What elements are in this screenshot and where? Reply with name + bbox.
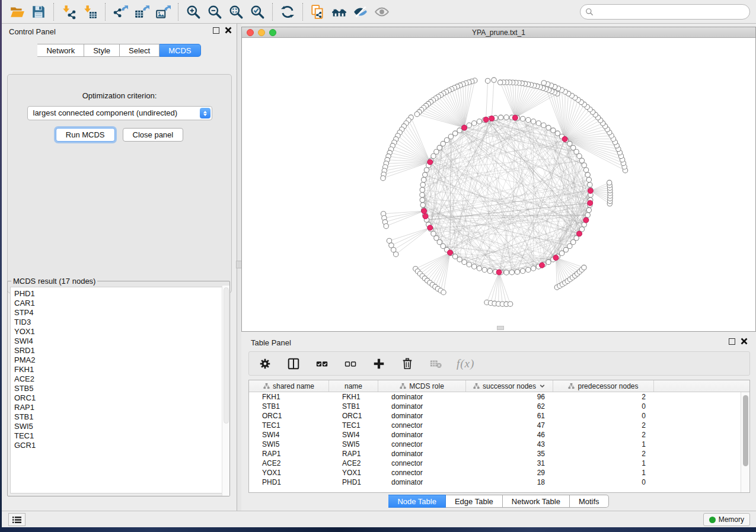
cell-predecessor-nodes[interactable]: 2 <box>553 449 654 459</box>
export-table-icon[interactable] <box>131 2 152 21</box>
export-image-icon[interactable] <box>152 2 174 21</box>
control-panel-tab[interactable]: Style <box>84 44 120 57</box>
import-network-icon[interactable] <box>58 2 79 21</box>
cell-successor-nodes[interactable]: 96 <box>466 392 553 402</box>
table-panel-tab[interactable]: Node Table <box>388 495 446 508</box>
mcds-result-node[interactable]: STP4 <box>14 308 227 318</box>
cell-mcds-role[interactable]: dominator <box>378 402 466 411</box>
table-row[interactable]: PHD1 PHD1 dominator 18 0 <box>249 477 741 487</box>
cell-name[interactable]: YOX1 <box>329 468 378 477</box>
scrollbar-thumb[interactable] <box>743 395 748 466</box>
delete-columns-trash-icon[interactable] <box>400 356 415 371</box>
column-header-successor-nodes[interactable]: successor nodes <box>466 380 553 392</box>
control-panel-tab[interactable]: Network <box>37 44 84 57</box>
cell-predecessor-nodes[interactable]: 1 <box>553 468 654 477</box>
task-history-button[interactable] <box>8 513 25 526</box>
table-row[interactable]: RAP1 RAP1 dominator 35 2 <box>249 449 741 459</box>
table-row[interactable]: ORC1 ORC1 dominator 61 0 <box>249 411 741 421</box>
cell-shared-name[interactable]: TEC1 <box>249 421 329 430</box>
mcds-result-node[interactable]: ORC1 <box>14 393 227 403</box>
control-panel-tab[interactable]: Select <box>120 44 160 57</box>
network-window-titlebar[interactable]: YPA_prune.txt_1 <box>242 27 755 38</box>
search-input[interactable] <box>596 6 749 18</box>
column-header-mcds-role[interactable]: MCDS role <box>378 380 466 392</box>
cell-predecessor-nodes[interactable]: 2 <box>553 430 654 440</box>
table-panel-tab[interactable]: Edge Table <box>446 495 503 508</box>
network-canvas[interactable] <box>242 38 755 331</box>
cell-successor-nodes[interactable]: 62 <box>466 402 553 411</box>
mcds-result-node[interactable]: GCR1 <box>14 441 227 450</box>
run-mcds-button[interactable]: Run MCDS <box>56 128 115 142</box>
import-table-icon[interactable] <box>79 2 101 21</box>
toggle-panels-icon[interactable] <box>286 356 301 371</box>
refresh-icon[interactable] <box>277 2 298 21</box>
table-row[interactable]: STB1 STB1 dominator 62 0 <box>249 402 741 411</box>
search-box[interactable] <box>580 4 750 20</box>
mcds-result-node[interactable]: PMA2 <box>14 355 227 365</box>
table-scrollbar[interactable] <box>741 392 749 492</box>
add-column-icon[interactable] <box>371 356 387 371</box>
cell-shared-name[interactable]: PHD1 <box>249 477 329 487</box>
float-panel-icon[interactable] <box>729 338 735 345</box>
cell-successor-nodes[interactable]: 31 <box>466 459 553 468</box>
column-header-name[interactable]: name <box>329 380 378 392</box>
export-network-icon[interactable] <box>110 2 131 21</box>
mcds-result-node[interactable]: SWI4 <box>14 336 227 346</box>
table-row[interactable]: SWI5 SWI5 connector 43 1 <box>249 440 741 449</box>
cell-name[interactable]: ACE2 <box>329 459 378 468</box>
table-panel-tab[interactable]: Network Table <box>503 495 570 508</box>
cell-predecessor-nodes[interactable]: 1 <box>553 459 654 468</box>
cell-name[interactable]: SWI5 <box>329 440 378 449</box>
table-row[interactable]: ACE2 ACE2 connector 31 1 <box>249 459 741 468</box>
close-panel-button[interactable]: Close panel <box>123 128 184 142</box>
cell-successor-nodes[interactable]: 29 <box>466 468 553 477</box>
mcds-result-node[interactable]: FKH1 <box>14 365 227 374</box>
cell-successor-nodes[interactable]: 35 <box>466 449 553 459</box>
cell-predecessor-nodes[interactable]: 2 <box>553 392 654 402</box>
control-panel-tab[interactable]: MCDS <box>160 44 200 57</box>
mcds-result-node[interactable]: SWI5 <box>14 422 227 431</box>
cell-predecessor-nodes[interactable]: 0 <box>553 402 654 411</box>
open-session-icon[interactable] <box>7 2 28 21</box>
cell-name[interactable]: STB1 <box>329 402 378 411</box>
cell-shared-name[interactable]: ORC1 <box>249 411 329 421</box>
table-panel-tab[interactable]: Motifs <box>570 495 609 508</box>
cell-mcds-role[interactable]: dominator <box>378 430 466 440</box>
cell-mcds-role[interactable]: dominator <box>378 392 466 402</box>
show-all-icon[interactable] <box>371 2 393 21</box>
cell-predecessor-nodes[interactable]: 0 <box>553 477 654 487</box>
cell-mcds-role[interactable]: connector <box>378 440 466 449</box>
cell-mcds-role[interactable]: dominator <box>378 449 466 459</box>
zoom-selected-icon[interactable] <box>247 2 268 21</box>
cell-successor-nodes[interactable]: 43 <box>466 440 553 449</box>
mcds-result-node[interactable]: TID3 <box>14 318 227 327</box>
cell-predecessor-nodes[interactable]: 1 <box>553 440 654 449</box>
cell-shared-name[interactable]: RAP1 <box>249 449 329 459</box>
mcds-result-node[interactable]: ACE2 <box>14 374 227 384</box>
scrollbar-thumb[interactable] <box>224 287 229 424</box>
cell-predecessor-nodes[interactable]: 2 <box>553 421 654 430</box>
table-row[interactable]: SWI4 SWI4 dominator 46 2 <box>249 430 741 440</box>
column-header-predecessor-nodes[interactable]: predecessor nodes <box>553 380 654 392</box>
vertical-splitter[interactable] <box>237 24 241 511</box>
table-row[interactable]: FKH1 FKH1 dominator 96 2 <box>249 392 741 402</box>
cell-successor-nodes[interactable]: 47 <box>466 421 553 430</box>
save-session-icon[interactable] <box>28 2 49 21</box>
cell-shared-name[interactable]: FKH1 <box>249 392 329 402</box>
zoom-fit-icon[interactable] <box>225 2 247 21</box>
hide-selected-icon[interactable] <box>350 2 371 21</box>
mcds-result-node[interactable]: SRD1 <box>14 346 227 355</box>
mcds-result-node[interactable]: STB5 <box>14 384 227 393</box>
cell-name[interactable]: FKH1 <box>329 392 378 402</box>
mcds-result-node[interactable]: TEC1 <box>14 431 227 441</box>
mcds-list-scrollbar[interactable] <box>222 286 229 496</box>
new-network-from-selection-icon[interactable] <box>307 2 328 21</box>
mcds-result-list[interactable]: PHD1CAR1STP4TID3YOX1SWI4SRD1PMA2FKH1ACE2… <box>10 287 227 493</box>
cell-mcds-role[interactable]: connector <box>378 459 466 468</box>
select-all-columns-icon[interactable] <box>314 356 330 371</box>
cell-shared-name[interactable]: SWI4 <box>249 430 329 440</box>
settings-gear-icon[interactable] <box>257 356 273 371</box>
float-panel-icon[interactable] <box>213 27 219 34</box>
deselect-all-columns-icon[interactable] <box>343 356 358 371</box>
mcds-result-node[interactable]: YOX1 <box>14 327 227 336</box>
